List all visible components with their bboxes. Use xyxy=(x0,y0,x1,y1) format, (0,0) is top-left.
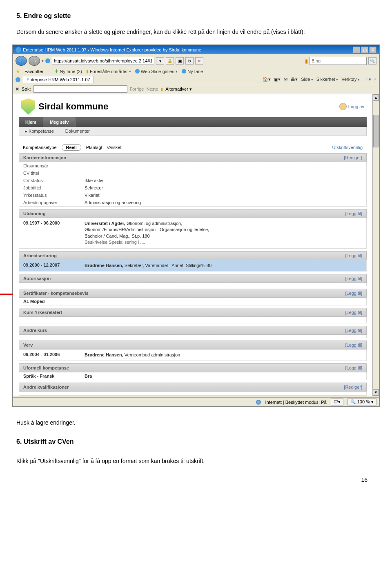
close-button[interactable]: X xyxy=(369,47,376,53)
doc-after1: Husk å lagre endringer. xyxy=(16,419,376,426)
site-header: Sirdal kommune Logg av xyxy=(13,94,372,117)
page-number: 16 xyxy=(0,476,368,483)
section-andrekval-header: Andre kvalifikasjoner [Rediger] xyxy=(19,383,367,392)
tool-sikkerhet[interactable]: Sikkerhet xyxy=(316,77,338,82)
user-icon xyxy=(339,103,347,110)
section-verv-body: 06.2004 - 01.2006 Brødrene Hansen, Verne… xyxy=(19,350,367,361)
find-options-button[interactable]: Alternativer ▾ xyxy=(165,87,192,92)
nav-hjem[interactable]: Hjem xyxy=(19,117,43,127)
kompetansetype-planlagt[interactable]: Planlagt xyxy=(86,145,102,150)
ie-icon xyxy=(16,47,21,53)
browser-tab[interactable]: Enterprise HRM Web 2011.1.07 xyxy=(23,76,94,83)
addr-dropdown-icon[interactable]: ▾ xyxy=(156,57,164,65)
refresh-button[interactable]: ↻ xyxy=(185,57,194,65)
section-uformell-header: Uformell kompetanse [Legg til] xyxy=(19,363,367,372)
sub-nav: ▸ Kompetanse Dokumenter xyxy=(19,127,367,136)
verv-entry[interactable]: 06.2004 - 01.2006 Brødrene Hansen, Verne… xyxy=(19,350,366,361)
main-nav: Hjem Meg selv xyxy=(19,117,367,127)
search-input[interactable] xyxy=(310,57,367,65)
zoom-control[interactable]: 🔍 100 % ▾ xyxy=(347,398,376,405)
section-arbeid-body: 09.2000 - 12.2007 Brødrene Hansen, Sekre… xyxy=(19,260,367,272)
statusbar: Internett | Beskyttet modus: På 🛡▾ 🔍 100… xyxy=(13,397,379,406)
globe-icon xyxy=(256,400,261,405)
doc-after2: Klikk på "Utskriftsvennlig" for å få opp… xyxy=(16,458,376,464)
uformell-entry[interactable]: Språk - Fransk Bra xyxy=(19,372,366,380)
kompetansetype-reell[interactable]: Reell xyxy=(62,144,81,151)
subnav-dokumenter[interactable]: Dokumenter xyxy=(60,127,96,136)
kompetansetype-row: Kompetansetype Reell Planlagt Ønsket Uts… xyxy=(19,142,367,153)
print-friendly-link[interactable]: Utskriftsvennlig xyxy=(332,145,363,150)
autorisasjon-leggtil-link[interactable]: [Legg til] xyxy=(345,276,362,281)
section-sertifikater-header: Sertifikater - kompetansebevis [Legg til… xyxy=(19,289,367,298)
search-go-button[interactable]: 🔍 xyxy=(368,57,376,65)
scroll-up-button[interactable]: ▲ xyxy=(373,94,379,101)
back-button[interactable]: ← xyxy=(16,56,27,66)
k-arbeidsoppg: Arbeidsoppgaver xyxy=(23,200,85,205)
window-titlebar: Enterprise HRM Web 2011.1.07 - Windows I… xyxy=(13,45,379,54)
address-input[interactable] xyxy=(52,57,154,65)
kursyrk-leggtil-link[interactable]: [Legg til] xyxy=(345,310,362,315)
help-icon[interactable]: ❔▾ xyxy=(363,77,371,82)
verv-leggtil-link[interactable]: [Legg til] xyxy=(345,343,362,347)
home-icon[interactable]: 🏠▾ xyxy=(263,77,271,82)
andrekurs-leggtil-link[interactable]: [Legg til] xyxy=(345,328,362,333)
close-find-button[interactable]: ✕ xyxy=(16,87,19,92)
k-jobbtittel: Jobbtittel xyxy=(23,185,85,190)
karriere-rediger-link[interactable]: [Rediger] xyxy=(344,155,362,160)
find-next-button[interactable]: Neste xyxy=(146,87,158,91)
k-cvstatus: CV status xyxy=(23,178,85,183)
scroll-thumb[interactable] xyxy=(373,115,379,147)
expand-icon[interactable]: » xyxy=(374,77,376,82)
section-autorisasjon-body xyxy=(19,283,367,286)
andrekval-rediger-link[interactable]: [Rediger] xyxy=(344,385,362,390)
minimize-button[interactable]: _ xyxy=(353,47,360,53)
favorites-label[interactable]: Favoritter xyxy=(24,69,43,74)
section-verv-header: Verv [Legg til] xyxy=(19,341,367,350)
subnav-kompetanse[interactable]: ▸ Kompetanse xyxy=(19,127,60,136)
print-icon[interactable]: 🖶▾ xyxy=(291,77,298,82)
section-kursyrk-body xyxy=(19,317,367,323)
nav-meg-selv[interactable]: Meg selv xyxy=(43,117,76,127)
bing-icon: ▮ xyxy=(305,58,308,64)
find-label: Søk: xyxy=(22,87,31,91)
tool-side[interactable]: Side xyxy=(301,77,313,82)
sertifikater-leggtil-link[interactable]: [Legg til] xyxy=(345,291,362,296)
utdanning-entry[interactable]: 09.1997 - 06.2000 Universitet i Agder, Ø… xyxy=(19,218,366,248)
page-icon xyxy=(45,58,50,63)
favorites-star-icon[interactable]: ★ xyxy=(16,68,20,74)
utdanning-leggtil-link[interactable]: [Legg til] xyxy=(345,211,362,216)
uformell-leggtil-link[interactable]: [Legg til] xyxy=(345,365,362,370)
highlight-icon[interactable]: ▮ xyxy=(160,87,163,92)
stop-button[interactable]: ✕ xyxy=(195,57,203,65)
section-kursyrk-header: Kurs Yrkesrelatert [Legg til] xyxy=(19,308,367,317)
mail-icon[interactable]: ✉ xyxy=(284,77,287,82)
forward-button[interactable]: → xyxy=(29,56,40,66)
maximize-button[interactable]: ▢ xyxy=(361,47,368,53)
find-input[interactable] xyxy=(33,85,127,93)
logoff-link[interactable]: Logg av xyxy=(339,103,364,110)
find-prev-button[interactable]: Forrige xyxy=(130,87,144,91)
fav-item-webslice[interactable]: Web Slice-galleri xyxy=(135,69,178,74)
fav-item-nyfane[interactable]: Ny fane xyxy=(182,69,203,74)
scroll-down-button[interactable]: ▼ xyxy=(373,389,379,396)
section-autorisasjon-header: Autorisasjon [Legg til] xyxy=(19,274,367,283)
tool-verktoy[interactable]: Verktøy xyxy=(341,77,360,82)
feeds-icon[interactable]: ▣▾ xyxy=(274,77,281,82)
fav-item-nyfane2[interactable]: ✚Ny fane (2) xyxy=(55,69,82,74)
site-title: Sirdal kommune xyxy=(38,101,108,112)
section-andrekurs-header: Andre kurs [Legg til] xyxy=(19,326,367,335)
compat-icon[interactable]: ▣ xyxy=(176,57,184,65)
k-cvtittel: CV tittel xyxy=(23,171,85,176)
dropdown-icon[interactable]: ▾ xyxy=(42,59,44,63)
doc-intro: Dersom du senere ønsker å slette og gjør… xyxy=(16,28,376,36)
protected-mode-icon[interactable]: 🛡▾ xyxy=(331,398,343,405)
sertifikat-entry[interactable]: A1 Moped xyxy=(19,298,366,305)
arbeid-leggtil-link[interactable]: [Legg til] xyxy=(345,253,362,258)
doc-heading-5: 5. Endre og slette xyxy=(16,12,392,20)
lock-icon: 🔒 xyxy=(166,57,174,65)
arbeid-entry-highlighted[interactable]: 09.2000 - 12.2007 Brødrene Hansen, Sekre… xyxy=(19,260,366,271)
kompetansetype-onsket[interactable]: Ønsket xyxy=(107,145,122,150)
scrollbar[interactable]: ▲ ▼ xyxy=(372,94,379,396)
window-title: Enterprise HRM Web 2011.1.07 - Windows I… xyxy=(23,47,201,52)
fav-item-foreslatte[interactable]: ▮Foreslåtte områder xyxy=(86,69,131,74)
